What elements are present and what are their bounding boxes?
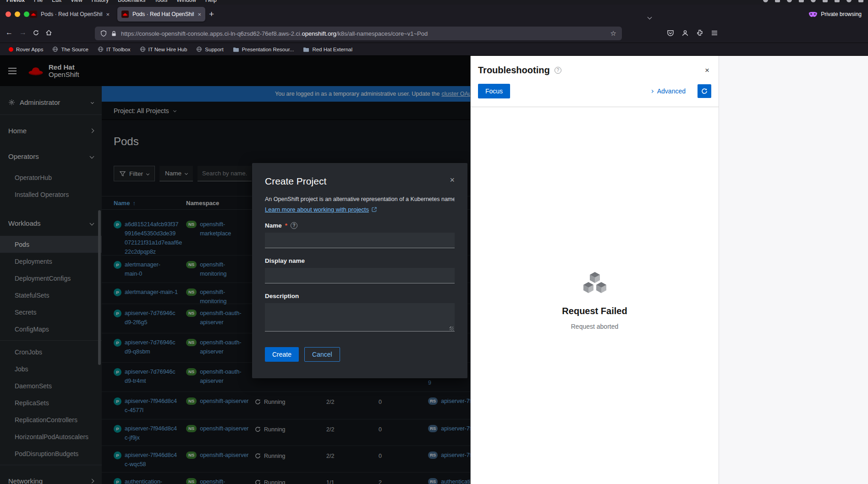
modal-title: Create Project	[265, 176, 326, 187]
rover-apps-icon	[9, 47, 13, 52]
bookmarks-bar: Rover Apps The Source IT Toolbox IT New …	[0, 43, 868, 56]
request-failed-state: Request Failed Request aborted	[471, 271, 719, 330]
bookmark-rover-apps[interactable]: Rover Apps	[5, 45, 47, 54]
minimize-window-button[interactable]	[15, 11, 20, 17]
url-text: https://console-openshift-console.apps.c…	[121, 30, 428, 37]
bookmark-it-toolbox[interactable]: IT Toolbox	[93, 45, 135, 54]
chevron-right-icon	[650, 89, 654, 92]
home-icon[interactable]	[43, 29, 54, 38]
browser-tab-inactive[interactable]: Pods · Red Hat OpenShift ×	[26, 7, 114, 22]
right-empty-area	[719, 56, 868, 484]
tab-close-icon[interactable]: ×	[106, 11, 110, 17]
project-name-input[interactable]	[265, 233, 455, 248]
app-menu-icon[interactable]	[711, 29, 718, 37]
new-tab-button[interactable]: +	[209, 9, 214, 19]
menu-history[interactable]: History	[92, 0, 109, 3]
lock-icon[interactable]	[111, 31, 117, 37]
menu-firefox[interactable]: Firefox	[6, 0, 25, 3]
close-icon[interactable]: ×	[705, 66, 709, 74]
display-name-input[interactable]	[265, 268, 455, 283]
openshift-favicon	[30, 11, 37, 18]
resize-grip[interactable]	[450, 326, 454, 331]
url-bar[interactable]: https://console-openshift-console.apps.c…	[95, 27, 622, 40]
openshift-console: Red Hat OpenShift Administrator Home	[0, 56, 470, 484]
menu-file[interactable]: File	[34, 0, 43, 3]
name-field-label: Name	[265, 222, 282, 229]
tracking-shield-icon[interactable]	[100, 30, 107, 37]
list-all-tabs-icon[interactable]	[648, 12, 651, 21]
menu-tools[interactable]: Tools	[154, 0, 167, 3]
extensions-icon[interactable]	[696, 29, 703, 37]
forward-icon[interactable]: →	[17, 28, 28, 37]
bookmark-folder-presentation-resources[interactable]: Presentation Resour...	[229, 45, 298, 54]
browser-tab-bar: Pods · Red Hat OpenShift × Pods · Red Ha…	[0, 5, 868, 24]
display-name-field-label: Display name	[265, 257, 305, 264]
refresh-button[interactable]	[698, 84, 711, 98]
tab-title: Pods · Red Hat OpenShift	[132, 11, 194, 17]
tab-title: Pods · Red Hat OpenShift	[41, 11, 102, 17]
external-link-icon	[372, 207, 377, 212]
focus-button[interactable]: Focus	[478, 84, 510, 98]
menu-help[interactable]: Help	[205, 0, 217, 3]
empty-state-body: Request aborted	[471, 323, 719, 330]
required-asterisk: *	[285, 222, 287, 229]
globe-icon	[196, 46, 202, 52]
bookmark-folder-red-hat-external[interactable]: Red Hat External	[299, 45, 357, 54]
cubes-icon	[582, 271, 607, 294]
bookmark-it-new-hire-hub[interactable]: IT New Hire Hub	[136, 45, 192, 54]
private-browsing-label: Private browsing	[821, 11, 862, 17]
navbar-right-icons	[667, 29, 718, 37]
create-project-modal: Create Project × An OpenShift project is…	[252, 163, 467, 378]
reload-icon[interactable]	[30, 29, 41, 38]
menu-view[interactable]: View	[71, 0, 82, 3]
page-content: Red Hat OpenShift Administrator Home	[0, 56, 868, 484]
bookmark-label: Rover Apps	[16, 47, 43, 52]
bookmark-support[interactable]: Support	[192, 45, 227, 54]
bookmark-label: Red Hat External	[312, 47, 352, 52]
divider	[471, 107, 719, 107]
globe-icon	[140, 46, 146, 52]
private-browsing-badge: Private browsing	[809, 11, 862, 17]
cancel-button[interactable]: Cancel	[304, 347, 340, 362]
empty-state-title: Request Failed	[471, 306, 719, 316]
folder-icon	[303, 47, 309, 52]
globe-icon	[98, 46, 104, 52]
private-mask-icon	[809, 12, 817, 17]
bookmark-star-icon[interactable]: ☆	[610, 29, 616, 38]
pocket-icon[interactable]	[667, 29, 674, 37]
menubar-items: Firefox File Edit View History Bookmarks…	[6, 0, 217, 3]
bookmark-label: Support	[205, 47, 223, 52]
back-icon[interactable]: ←	[4, 28, 15, 37]
macos-menubar: Firefox File Edit View History Bookmarks…	[0, 0, 868, 5]
browser-navbar: ← → https://console-openshift-console.ap…	[0, 24, 868, 43]
troubleshooting-panel: Troubleshooting ? × Focus Advanced	[470, 56, 719, 484]
menu-window[interactable]: Window	[176, 0, 196, 3]
create-button[interactable]: Create	[265, 347, 299, 362]
tab-close-icon[interactable]: ×	[198, 11, 201, 17]
screen: Firefox File Edit View History Bookmarks…	[0, 0, 868, 484]
help-icon[interactable]: ?	[291, 222, 297, 229]
menu-edit[interactable]: Edit	[52, 0, 61, 3]
bookmark-label: IT New Hire Hub	[148, 47, 187, 52]
modal-description: An OpenShift project is an alternative r…	[265, 196, 455, 202]
browser-tab-active[interactable]: Pods · Red Hat OpenShift ×	[117, 7, 205, 22]
folder-icon	[233, 47, 239, 52]
globe-icon	[52, 46, 58, 52]
close-icon[interactable]: ×	[450, 176, 455, 184]
bookmark-label: The Source	[61, 47, 88, 52]
close-window-button[interactable]	[5, 11, 11, 17]
openshift-favicon	[121, 11, 129, 18]
learn-more-link[interactable]: Learn more about working with projects	[265, 206, 369, 213]
menu-bookmarks[interactable]: Bookmarks	[118, 0, 145, 3]
menubar-status-icons	[763, 0, 863, 2]
description-field-label: Description	[265, 293, 299, 299]
description-textarea[interactable]	[265, 303, 455, 332]
sync-icon	[701, 88, 708, 94]
panel-title: Troubleshooting	[478, 65, 550, 76]
bookmark-label: Presentation Resour...	[242, 47, 294, 52]
account-icon[interactable]	[681, 29, 689, 37]
bookmark-the-source[interactable]: The Source	[48, 45, 92, 54]
advanced-link[interactable]: Advanced	[651, 87, 686, 95]
help-icon[interactable]: ?	[555, 67, 561, 74]
bookmark-label: IT Toolbox	[106, 47, 131, 52]
